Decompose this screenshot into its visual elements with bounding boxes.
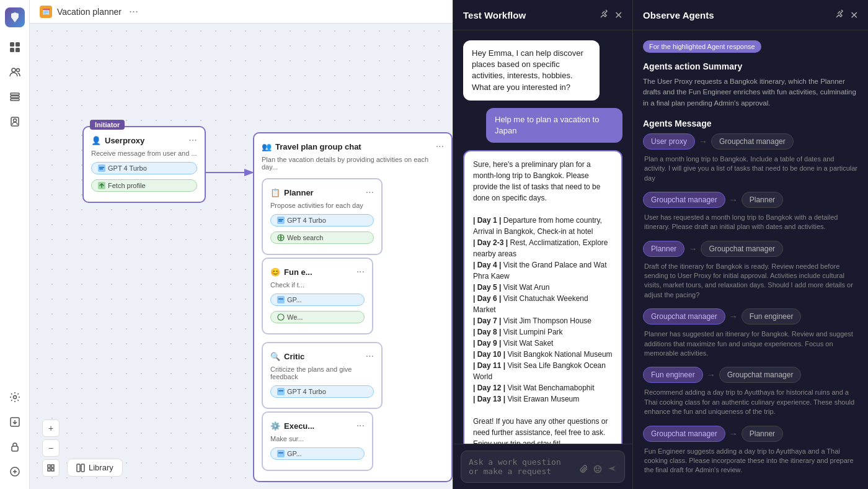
critic-icon: 🔍	[270, 352, 280, 361]
node-exec[interactable]: ⚙️ Execu... ··· Make sur... GP...	[262, 411, 373, 471]
exec-menu-icon[interactable]: ···	[356, 420, 365, 431]
node-userproxy[interactable]: Initiator 👤 Userproxy ··· Receive messag…	[82, 126, 206, 203]
node-critic[interactable]: 🔍 Critic ··· Criticize the plans and giv…	[262, 342, 383, 409]
send-button[interactable]	[607, 464, 617, 476]
observe-panel-actions: ✕	[835, 9, 858, 21]
day-5: | Day 5 | Visit Wat Arun	[473, 282, 613, 293]
critic-desc: Criticize the plans and give feedback	[270, 366, 374, 380]
userproxy-chip-gpt[interactable]: GPT 4 Turbo	[91, 162, 197, 174]
exec-chips: GP...	[270, 447, 365, 462]
library-button[interactable]: Library	[67, 459, 123, 477]
nav-badge-icon[interactable]	[5, 112, 25, 132]
flow-3: Planner → Groupchat manager	[643, 241, 858, 257]
critic-chip-gpt[interactable]: GPT 4 Turbo	[270, 385, 374, 398]
node-planner[interactable]: 📋 Planner ··· Propose activities for eac…	[262, 178, 383, 255]
node-travel[interactable]: 👥 Travel plan group chat ··· Plan the va…	[253, 132, 453, 482]
test-close-button[interactable]: ✕	[614, 9, 622, 21]
flow-5-to[interactable]: Groupchat manager	[719, 367, 802, 383]
nav-list-icon[interactable]	[5, 87, 25, 107]
nav-download-icon[interactable]	[5, 412, 25, 432]
planner-chip-gpt[interactable]: GPT 4 Turbo	[270, 214, 374, 227]
fun-chip-gpt[interactable]: GP...	[270, 294, 365, 306]
fun-menu-icon[interactable]: ···	[356, 266, 365, 277]
svg-rect-20	[277, 217, 285, 224]
day-6: | Day 6 | Visit Chatuchak Weekend Market	[473, 293, 613, 315]
chat-input[interactable]	[469, 457, 575, 476]
userproxy-menu-icon[interactable]: ···	[188, 135, 197, 146]
flow-6: Groupchat manager → Planner	[643, 426, 858, 442]
observe-agents-panel: Observe Agents ✕ For the highlighted Age…	[632, 0, 868, 489]
svg-rect-32	[51, 465, 54, 467]
canvas-controls: + −	[42, 419, 60, 477]
flow-3-from[interactable]: Planner	[643, 241, 684, 257]
fun-chip-gpt-label: GP...	[287, 296, 302, 303]
response-intro: Sure, here's a preliminary plan for a mo…	[473, 160, 600, 202]
planner-chip-web-label: Web search	[287, 234, 324, 241]
observe-close-button[interactable]: ✕	[850, 9, 858, 21]
flow-1-arrow: →	[699, 137, 707, 146]
zoom-out-button[interactable]: −	[42, 439, 60, 457]
flow-1-from[interactable]: User proxy	[643, 133, 695, 150]
planner-title: Planner	[284, 188, 362, 197]
nav-grid-icon[interactable]	[5, 37, 25, 57]
flow-4-arrow: →	[729, 312, 738, 321]
flow-4-to[interactable]: Fun engineer	[742, 308, 802, 325]
flow-3-to[interactable]: Groupchat manager	[701, 241, 783, 257]
svg-rect-1	[16, 42, 20, 47]
flow-5-from[interactable]: Fun engineer	[643, 367, 703, 383]
test-workflow-panel: Test Workflow ✕ Hey Emma, I can help dis…	[453, 0, 632, 489]
exec-icon: ⚙️	[270, 421, 280, 431]
fun-chip-web-label: We...	[287, 313, 303, 321]
flow-2-to[interactable]: Planner	[742, 192, 783, 208]
travel-menu-icon[interactable]: ···	[436, 141, 444, 152]
emoji-icon[interactable]	[593, 465, 602, 475]
observe-panel-title: Observe Agents	[643, 10, 714, 20]
exec-chip-gpt[interactable]: GP...	[270, 447, 365, 460]
flow-6-desc: Fun Engineer suggests adding a day trip …	[643, 447, 858, 475]
svg-point-5	[16, 69, 19, 72]
critic-menu-icon[interactable]: ···	[366, 351, 374, 362]
fit-button[interactable]	[42, 459, 60, 477]
svg-rect-29	[277, 450, 285, 457]
nav-lock-icon[interactable]	[5, 437, 25, 457]
chat-input-icons	[580, 464, 617, 476]
svg-rect-25	[278, 298, 283, 300]
test-panel-title: Test Workflow	[463, 10, 526, 20]
test-panel-header: Test Workflow ✕	[453, 0, 632, 30]
svg-point-38	[596, 467, 596, 468]
workflow-menu-icon[interactable]: ···	[129, 5, 138, 18]
canvas-area[interactable]: Initiator 👤 Userproxy ··· Receive messag…	[30, 24, 453, 489]
day-1: | Day 1 | Departure from home country, A…	[473, 215, 613, 237]
flow-2-from[interactable]: Groupchat manager	[643, 192, 725, 208]
flow-5-desc: Recommend adding a day trip to Ayutthaya…	[643, 388, 858, 416]
planner-chip-web[interactable]: Web search	[270, 231, 374, 244]
svg-rect-35	[77, 464, 80, 472]
flow-6-to[interactable]: Planner	[742, 426, 783, 442]
userproxy-title: Userproxy	[105, 136, 185, 145]
highlighted-badge: For the highlighted Agent response	[643, 40, 761, 53]
test-pin-button[interactable]	[600, 9, 609, 21]
nav-settings-icon[interactable]	[5, 387, 25, 407]
flow-1-to[interactable]: Groupchat manager	[711, 133, 794, 150]
fun-chips: GP... We...	[270, 294, 365, 326]
fun-chip-web[interactable]: We...	[270, 311, 365, 323]
svg-point-10	[13, 119, 16, 122]
svg-rect-33	[48, 469, 50, 471]
critic-title: Critic	[284, 352, 362, 361]
flow-6-from[interactable]: Groupchat manager	[643, 426, 725, 442]
svg-rect-27	[277, 388, 285, 395]
svg-point-26	[278, 314, 284, 320]
flow-4-from[interactable]: Groupchat manager	[643, 308, 725, 325]
observe-pin-button[interactable]	[835, 9, 845, 21]
fun-desc: Check if t...	[270, 281, 365, 289]
userproxy-chip-fetch[interactable]: Fetch profile	[91, 179, 197, 192]
critic-chips: GPT 4 Turbo	[270, 385, 374, 400]
attachment-icon[interactable]	[580, 465, 588, 475]
zoom-in-button[interactable]: +	[42, 419, 60, 437]
day-12: | Day 12 | Visit Wat Benchamabophit	[473, 382, 613, 393]
nav-people-icon[interactable]	[5, 62, 25, 82]
nav-plus-icon[interactable]	[5, 462, 25, 482]
planner-menu-icon[interactable]: ···	[366, 187, 374, 198]
exec-desc: Make sur...	[270, 435, 365, 442]
node-fun[interactable]: 😊 Fun e... ··· Check if t... GP... We...	[262, 258, 373, 334]
